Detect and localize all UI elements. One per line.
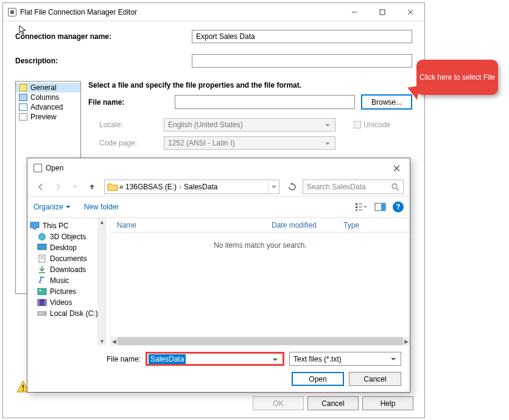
tree-label: Downloads — [50, 265, 86, 274]
nav-back-button[interactable] — [33, 180, 48, 194]
dialog-nav: « 136GBSAS (E:) › SalesData Search Sales… — [27, 178, 410, 196]
svg-rect-12 — [356, 209, 357, 211]
tree-item-videos[interactable]: Videos — [37, 297, 107, 308]
file-list: Name Date modified Type No items match y… — [110, 218, 410, 346]
tree-label: Local Disk (C:) — [50, 309, 98, 318]
connection-name-input[interactable] — [192, 30, 412, 43]
column-date[interactable]: Date modified — [265, 221, 337, 229]
open-dialog: Open « 136GBSAS (E:) › SalesData Search … — [27, 158, 410, 393]
file-name-value: SalesData — [149, 354, 186, 364]
pc-icon — [30, 222, 40, 230]
minimize-button[interactable] — [340, 3, 368, 21]
svg-point-26 — [40, 290, 41, 292]
organize-label: Organize — [33, 203, 63, 211]
file-type-value: Text files (*.txt) — [293, 355, 342, 363]
document-icon — [37, 254, 47, 263]
nav-forward-button[interactable] — [51, 180, 65, 194]
tree-label: This PC — [43, 222, 69, 230]
cancel-button[interactable]: Cancel — [307, 396, 359, 410]
connection-name-row: Connection manager name: — [15, 30, 412, 43]
column-name[interactable]: Name — [111, 221, 265, 229]
file-name-combo[interactable]: SalesData — [146, 352, 284, 366]
sidebar-item-general[interactable]: General — [16, 83, 80, 93]
description-label: Description: — [15, 57, 192, 65]
refresh-button[interactable] — [284, 180, 300, 194]
locale-label: Locale: — [88, 121, 164, 129]
breadcrumb-root[interactable]: « 136GBSAS (E:) — [119, 183, 177, 191]
disk-icon — [37, 309, 47, 318]
tree-item-documents[interactable]: Documents — [37, 253, 107, 264]
help-button[interactable]: Help — [362, 396, 413, 410]
breadcrumb-sep: › — [178, 183, 183, 191]
svg-rect-4 — [23, 385, 24, 388]
sidebar-item-preview[interactable]: Preview — [16, 112, 80, 122]
breadcrumb-dropdown[interactable] — [268, 180, 279, 194]
new-folder-button[interactable]: New folder — [84, 203, 119, 211]
tree-label: Documents — [50, 254, 87, 263]
app-icon — [8, 8, 16, 16]
dialog-cancel-button[interactable]: Cancel — [349, 372, 401, 386]
nav-up-button[interactable] — [85, 180, 99, 194]
organize-button[interactable]: Organize — [33, 203, 71, 211]
locale-value: English (United States) — [168, 121, 243, 129]
sidebar-item-columns[interactable]: Columns — [16, 93, 80, 102]
sidebar-label: General — [30, 83, 57, 92]
preview-pane-button[interactable] — [372, 200, 389, 214]
svg-rect-5 — [23, 390, 24, 391]
nav-recent-button[interactable] — [68, 180, 82, 194]
tree-item-downloads[interactable]: Downloads — [37, 264, 107, 275]
instruction-text: Select a file and specify the file prope… — [88, 81, 412, 89]
tree-item-local-disk[interactable]: Local Disk (C:) — [37, 308, 107, 319]
close-button[interactable] — [396, 3, 424, 21]
file-type-combo[interactable]: Text files (*.txt) — [289, 352, 401, 366]
tree-item-pictures[interactable]: Pictures — [37, 286, 107, 297]
dialog-close-button[interactable] — [384, 159, 409, 177]
download-icon — [37, 265, 47, 274]
breadcrumb[interactable]: « 136GBSAS (E:) › SalesData — [104, 180, 279, 194]
music-icon — [37, 276, 47, 285]
pictures-icon — [37, 287, 47, 296]
view-options-button[interactable] — [353, 200, 370, 214]
titlebar: Flat File Connection Manager Editor — [3, 3, 424, 21]
unicode-label: Unicode — [363, 121, 390, 129]
horizontal-scrollbar[interactable]: ◀▶ — [111, 337, 410, 346]
file-name-input[interactable] — [175, 95, 355, 109]
svg-rect-11 — [356, 206, 357, 208]
codepage-value: 1252 (ANSI - Latin I) — [168, 139, 234, 147]
scroll-thumb[interactable] — [118, 337, 403, 345]
callout-bubble: Click here to select File — [416, 60, 498, 95]
sidebar-label: Preview — [30, 113, 57, 121]
sidebar-item-advanced[interactable]: Advanced — [16, 102, 80, 112]
file-name-label: File name: — [107, 355, 141, 363]
column-type[interactable]: Type — [337, 221, 410, 229]
callout-text: Click here to select File — [419, 73, 495, 82]
tree-item-3d-objects[interactable]: 3D Objects — [37, 231, 107, 242]
maximize-button[interactable] — [368, 3, 396, 21]
file-name-row: File name: SalesData Text files (*.txt) — [36, 352, 401, 366]
unicode-checkbox: Unicode — [354, 121, 390, 129]
help-icon[interactable]: ? — [393, 201, 404, 212]
folder-tree: This PC 3D Objects Desktop Documents Dow… — [27, 218, 107, 346]
svg-rect-19 — [33, 228, 37, 229]
description-input[interactable] — [192, 54, 412, 68]
search-placeholder: Search SalesData — [307, 183, 366, 191]
tree-scrollbar[interactable]: ▲▼ — [97, 218, 107, 346]
sidebar-label: Columns — [30, 93, 59, 102]
open-button[interactable]: Open — [292, 372, 344, 386]
dialog-buttons: Open Cancel — [36, 372, 401, 386]
svg-rect-20 — [38, 244, 46, 250]
scroll-up-icon: ▲ — [99, 219, 105, 225]
columns-icon — [18, 93, 28, 102]
breadcrumb-leaf[interactable]: SalesData — [184, 183, 217, 191]
svg-rect-10 — [356, 203, 357, 205]
cube-icon — [37, 233, 47, 241]
dialog-app-icon — [33, 164, 42, 172]
tree-item-this-pc[interactable]: This PC — [30, 220, 107, 231]
search-input[interactable]: Search SalesData — [303, 180, 404, 194]
locale-row: Locale: English (United States) Unicode — [88, 118, 412, 131]
svg-point-31 — [44, 313, 45, 314]
new-folder-label: New folder — [84, 203, 119, 211]
locale-combo: English (United States) — [164, 118, 335, 131]
tree-item-music[interactable]: Music — [37, 275, 107, 286]
tree-item-desktop[interactable]: Desktop — [37, 242, 107, 253]
